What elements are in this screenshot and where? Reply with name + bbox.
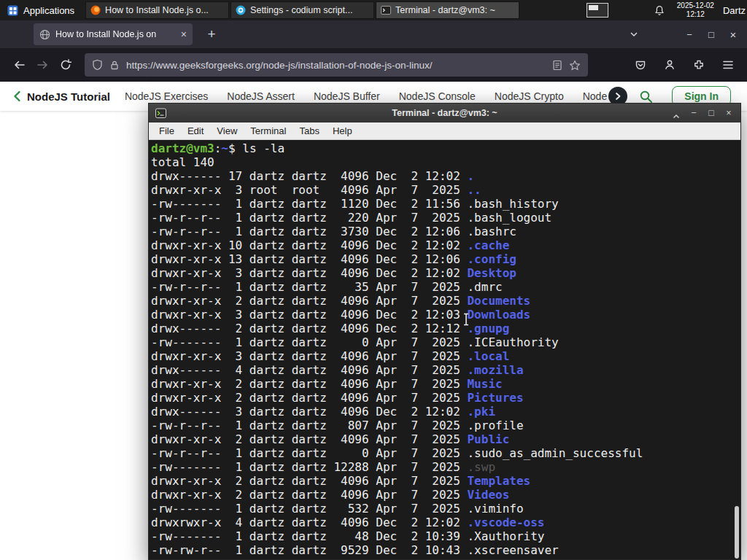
terminal-menu-view[interactable]: View <box>210 125 244 136</box>
terminal-minimize-button[interactable]: − <box>689 104 699 122</box>
taskbar-button-browser[interactable]: How to Install Node.js o... <box>85 1 229 19</box>
terminal-output-line: -rw------- 1 dartz dartz 1120 Dec 2 11:5… <box>151 197 740 211</box>
terminal-total-line: total 140 <box>151 155 740 169</box>
reader-mode-icon[interactable] <box>552 60 562 71</box>
terminal-menu-tabs[interactable]: Tabs <box>293 125 325 136</box>
pocket-icon[interactable] <box>629 53 652 77</box>
site-nav-item[interactable]: NodeJS Crypto <box>495 90 564 102</box>
terminal-scrollbar[interactable] <box>733 140 740 559</box>
search-icon[interactable] <box>639 90 653 104</box>
site-nav-item[interactable]: NodeJS Console <box>399 90 476 102</box>
user-menu[interactable]: Dartz <box>723 5 746 16</box>
applications-icon <box>7 5 18 16</box>
terminal-menubar: FileEditViewTerminalTabsHelp <box>149 122 740 140</box>
tab-strip: How to Install Node.js on × + − □ × <box>0 20 747 48</box>
terminal-output-line: drwxr-xr-x 2 dartz dartz 4096 Apr 7 2025… <box>151 488 740 502</box>
workspace-switcher[interactable] <box>587 3 608 18</box>
tracking-shield-icon[interactable] <box>92 59 103 71</box>
tab-close-button[interactable]: × <box>181 28 187 40</box>
terminal-menu-help[interactable]: Help <box>326 125 359 136</box>
terminal-output-line: -rw-r--r-- 1 dartz dartz 807 Apr 7 2025 … <box>151 419 740 432</box>
terminal-output-line: -rw-r--r-- 1 dartz dartz 3730 Dec 2 12:0… <box>151 225 740 238</box>
terminal-close-button[interactable]: × <box>724 104 734 122</box>
terminal-output-line: -rw------- 1 dartz dartz 48 Dec 2 10:39 … <box>151 529 740 543</box>
taskbar-button-settings[interactable]: Settings - codium script... <box>231 1 374 19</box>
window-maximize-button[interactable]: □ <box>700 29 722 40</box>
terminal-title: Terminal - dartz@vm3: ~ <box>149 108 740 118</box>
site-nav-item[interactable]: NodeJS DNS <box>583 90 608 102</box>
terminal-output-line: drwx------ 4 dartz dartz 4096 Apr 7 2025… <box>151 363 740 377</box>
back-button[interactable] <box>7 53 31 77</box>
terminal-output-line: drwx------ 2 dartz dartz 4096 Dec 2 12:1… <box>151 322 740 335</box>
clock-date: 2025-12-02 <box>677 1 714 10</box>
browser-toolbar: https://www.geeksforgeeks.org/node-js/in… <box>0 48 747 82</box>
notification-bell-icon[interactable] <box>654 4 665 16</box>
tab-list-button[interactable] <box>623 31 645 37</box>
terminal-output-line: drwxr-xr-x 3 root root 4096 Apr 7 2025 .… <box>151 183 740 197</box>
terminal-output-line: -rw-r--r-- 1 dartz dartz 220 Apr 7 2025 … <box>151 211 740 225</box>
account-icon[interactable] <box>658 53 681 77</box>
terminal-output-line: drwxr-xr-x 10 dartz dartz 4096 Dec 2 12:… <box>151 238 740 252</box>
terminal-output-line: drwxr-xr-x 3 dartz dartz 4096 Dec 2 12:0… <box>151 308 740 322</box>
lock-icon[interactable] <box>109 60 120 71</box>
site-nav-item[interactable]: NodeJS Exercises <box>125 90 208 102</box>
workspace-window-thumb <box>589 5 598 10</box>
terminal-app-icon <box>155 108 166 119</box>
url-bar[interactable]: https://www.geeksforgeeks.org/node-js/in… <box>85 53 588 77</box>
terminal-output-line: drwxr-xr-x 3 dartz dartz 4096 Dec 2 12:0… <box>151 266 740 280</box>
terminal-titlebar[interactable]: Terminal - dartz@vm3: ~ − □ × <box>149 104 740 122</box>
terminal-prompt-line: dartz@vm3:~$ ls -la <box>151 141 740 155</box>
forward-button[interactable] <box>31 53 54 77</box>
terminal-output-line: drwxr-xr-x 2 dartz dartz 4096 Apr 7 2025… <box>151 294 740 308</box>
terminal-output-line: -rw------- 1 dartz dartz 0 Apr 7 2025 .I… <box>151 335 740 349</box>
tab-title: How to Install Node.js on <box>55 29 176 39</box>
terminal-scrollbar-thumb[interactable] <box>735 506 739 559</box>
applications-menu[interactable]: Applications <box>0 0 82 20</box>
terminal-output-line: drwxr-xr-x 3 dartz dartz 4096 Apr 7 2025… <box>151 349 740 363</box>
browser-tab[interactable]: How to Install Node.js on × <box>34 23 193 45</box>
site-nav-item[interactable]: NodeJS Assert <box>227 90 295 102</box>
window-close-button[interactable]: × <box>722 28 744 41</box>
site-nav-items: NodeJS ExercisesNodeJS AssertNodeJS Buff… <box>125 90 607 102</box>
nav-chevron-left-icon[interactable] <box>13 90 21 102</box>
firefox-icon <box>90 5 101 15</box>
terminal-menu-edit[interactable]: Edit <box>181 125 210 136</box>
terminal-output-line: drwxr-xr-x 2 dartz dartz 4096 Apr 7 2025… <box>151 391 740 405</box>
settings-icon <box>236 5 246 15</box>
terminal-output-line: -rw-rw-r-- 1 dartz dartz 9529 Dec 2 10:4… <box>151 543 740 557</box>
terminal-output-line: drwxrwxr-x 4 dartz dartz 4096 Dec 2 12:0… <box>151 516 740 529</box>
extensions-icon[interactable] <box>687 53 711 77</box>
terminal-output-line: drwxr-xr-x 13 dartz dartz 4096 Dec 2 12:… <box>151 252 740 266</box>
menu-hamburger-icon[interactable] <box>716 53 740 77</box>
window-minimize-button[interactable]: − <box>678 29 700 40</box>
terminal-output-line: -rw-r--r-- 1 dartz dartz 0 Apr 7 2025 .s… <box>151 446 740 460</box>
terminal-output-line: drwx------ 3 dartz dartz 4096 Dec 2 12:0… <box>151 405 740 419</box>
terminal-maximize-button[interactable]: □ <box>706 104 716 122</box>
terminal-menu-file[interactable]: File <box>152 125 181 136</box>
url-text: https://www.geeksforgeeks.org/node-js/in… <box>126 60 546 71</box>
clock-time: 12:12 <box>677 10 714 19</box>
taskbar: How to Install Node.js o... Settings - c… <box>85 0 520 20</box>
terminal-shade-button[interactable] <box>671 107 681 119</box>
terminal-icon <box>381 5 391 15</box>
terminal-output-line: drwxr-xr-x 2 dartz dartz 4096 Apr 7 2025… <box>151 432 740 446</box>
terminal-menu-terminal[interactable]: Terminal <box>244 125 293 136</box>
taskbar-button-terminal[interactable]: Terminal - dartz@vm3: ~ <box>376 1 519 19</box>
page-favicon <box>39 29 50 40</box>
clock[interactable]: 2025-12-02 12:12 <box>677 1 714 19</box>
terminal-output-line: drwxr-xr-x 2 dartz dartz 4096 Apr 7 2025… <box>151 474 740 488</box>
applications-label: Applications <box>23 5 74 16</box>
terminal-output-line: drwxr-xr-x 2 dartz dartz 4096 Apr 7 2025… <box>151 377 740 391</box>
site-nav-active-item[interactable]: NodeJS Tutorial <box>27 90 110 103</box>
terminal-output[interactable]: dartz@vm3:~$ ls -la total 140 drwx------… <box>149 140 740 559</box>
reload-button[interactable] <box>54 53 77 77</box>
toolbar-extras <box>629 53 740 77</box>
terminal-output-line: drwx------ 17 dartz dartz 4096 Dec 2 12:… <box>151 169 740 183</box>
terminal-output-line: -rw------- 1 dartz dartz 12288 Apr 7 202… <box>151 460 740 474</box>
top-panel: Applications How to Install Node.js o...… <box>0 0 747 20</box>
new-tab-button[interactable]: + <box>201 26 222 42</box>
site-nav-item[interactable]: NodeJS Buffer <box>314 90 380 102</box>
terminal-window: Terminal - dartz@vm3: ~ − □ × FileEditVi… <box>148 103 741 560</box>
terminal-output-line: -rw-r--r-- 1 dartz dartz 35 Apr 7 2025 .… <box>151 280 740 294</box>
bookmark-star-icon[interactable] <box>569 60 581 71</box>
